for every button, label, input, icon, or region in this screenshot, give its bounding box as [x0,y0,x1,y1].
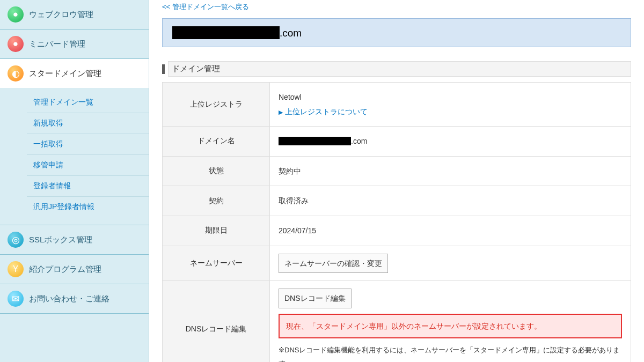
registrar-name: Netowl [279,93,302,101]
table-row: 状態 契約中 [163,156,631,186]
sidebar-item-webcrow[interactable]: ● ウェブクロウ管理 [0,0,149,29]
sidebar-sub-transfer[interactable]: 移管申請 [27,155,149,176]
domain-detail-table: 上位レジストラ Netowl ▶上位レジストラについて ドメイン名 .com 状… [162,82,631,362]
sidebar-item-label: 紹介プログラム管理 [29,264,101,275]
sidebar-sublist: 管理ドメイン一覧 新規取得 一括取得 移管申請 登録者情報 汎用JP登録者情報 [0,88,149,225]
row-label: DNSレコード編集 [163,281,270,362]
row-label: 状態 [163,156,270,186]
sidebar-sub-new[interactable]: 新規取得 [27,113,149,134]
sidebar-sub-domain-list[interactable]: 管理ドメイン一覧 [27,92,149,113]
expire-value: 2024/07/15 [270,216,631,246]
nameserver-change-button[interactable]: ネームサーバーの確認・変更 [279,254,388,274]
domain-suffix: .com [280,27,302,39]
sidebar-item-label: スタードメイン管理 [29,69,101,79]
redacted-domain-name [172,26,280,39]
main-content: << 管理ドメイン一覧へ戻る .com ドメイン管理 上位レジストラ Netow… [149,0,644,362]
sidebar-item-label: ミニバード管理 [29,39,85,49]
mail-icon: ✉ [8,291,24,307]
dns-alert: 現在、「スタードメイン専用」以外のネームサーバーが設定されています。 [279,314,622,339]
row-label: 上位レジストラ [163,83,270,127]
row-label: ネームサーバー [163,246,270,281]
section-title: ドメイン管理 [162,61,631,77]
table-row: ネームサーバー ネームサーバーの確認・変更 [163,246,631,281]
state-value: 契約中 [270,156,631,186]
sidebar-item-label: お問い合わせ・ご連絡 [29,294,109,304]
circle-icon: ● [8,6,24,23]
sidebar-item-contact[interactable]: ✉ お問い合わせ・ご連絡 [0,284,149,313]
table-row: ドメイン名 .com [163,127,631,157]
circle-icon: ● [8,36,24,52]
table-row: DNSレコード編集 DNSレコード編集 現在、「スタードメイン専用」以外のネーム… [163,281,631,362]
sidebar-item-stardomain[interactable]: ◐ スタードメイン管理 [0,59,149,88]
back-link[interactable]: << 管理ドメイン一覧へ戻る [162,0,631,18]
redacted-domain-name [279,137,351,145]
yen-icon: ¥ [8,261,24,277]
table-row: 契約 取得済み [163,186,631,216]
sidebar: ● ウェブクロウ管理 ● ミニバード管理 ◐ スタードメイン管理 管理ドメイン一… [0,0,149,362]
section-title-text: ドメイン管理 [168,61,631,77]
sidebar-item-referral[interactable]: ¥ 紹介プログラム管理 [0,255,149,284]
contract-value: 取得済み [270,186,631,216]
dns-edit-button[interactable]: DNSレコード編集 [279,289,352,308]
sidebar-sub-jp-registrant[interactable]: 汎用JP登録者情報 [27,197,149,217]
registrar-about-link[interactable]: 上位レジストラについて [285,107,368,116]
bar-icon [162,64,165,74]
sidebar-sub-registrant[interactable]: 登録者情報 [27,176,149,197]
dns-note: ※DNSレコード編集機能を利用するには、ネームサーバーを「スタードメイン専用」に… [279,344,622,362]
sidebar-item-minibird[interactable]: ● ミニバード管理 [0,29,149,58]
table-row: 期限日 2024/07/15 [163,216,631,246]
caret-icon: ▶ [279,109,283,115]
row-label: 契約 [163,186,270,216]
table-row: 上位レジストラ Netowl ▶上位レジストラについて [163,83,631,127]
globe-icon: ◎ [8,232,24,248]
circle-icon: ◐ [8,65,24,82]
row-label: 期限日 [163,216,270,246]
row-label: ドメイン名 [163,127,270,157]
sidebar-item-label: SSLボックス管理 [29,235,92,245]
sidebar-sub-bulk[interactable]: 一括取得 [27,134,149,155]
sidebar-item-label: ウェブクロウ管理 [29,10,93,20]
sidebar-item-sslbox[interactable]: ◎ SSLボックス管理 [0,225,149,254]
domain-suffix: .com [351,137,367,145]
domain-title: .com [162,18,631,47]
